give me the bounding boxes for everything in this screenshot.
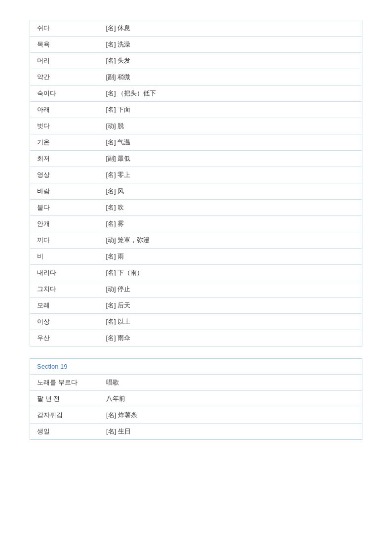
table-row: 이상[名] 以上 bbox=[30, 314, 362, 330]
chinese-definition: [名] 下面 bbox=[99, 102, 362, 118]
chinese-definition: [名] 零上 bbox=[99, 167, 362, 183]
korean-term: 모레 bbox=[30, 298, 99, 314]
table-row: 쉬다[名] 休息 bbox=[30, 20, 362, 37]
chinese-definition: [名] 休息 bbox=[99, 20, 362, 37]
korean-term: 아래 bbox=[30, 102, 99, 118]
korean-term: 불다 bbox=[30, 200, 99, 216]
korean-term: 영상 bbox=[30, 167, 99, 183]
korean-term: 벗다 bbox=[30, 118, 99, 134]
chinese-definition: [名] 雨伞 bbox=[99, 330, 362, 346]
table-row: 머리[名] 头发 bbox=[30, 53, 362, 69]
korean-term: 우산 bbox=[30, 330, 99, 346]
korean-term: 팔 년 전 bbox=[30, 391, 99, 407]
chinese-definition: [名] 气温 bbox=[99, 134, 362, 151]
chinese-definition: [名] 雨 bbox=[99, 249, 362, 265]
korean-term: 비 bbox=[30, 249, 99, 265]
korean-term: 바람 bbox=[30, 183, 99, 200]
table-row: 약간[副] 稍微 bbox=[30, 69, 362, 85]
korean-term: 약간 bbox=[30, 69, 99, 85]
table-row: 우산[名] 雨伞 bbox=[30, 330, 362, 346]
korean-term: 최저 bbox=[30, 151, 99, 167]
korean-term: 생일 bbox=[30, 424, 99, 440]
table-row: 내리다[名] 下（雨） bbox=[30, 265, 362, 281]
table-row: 영상[名] 零上 bbox=[30, 167, 362, 183]
chinese-definition: [名] 以上 bbox=[99, 314, 362, 330]
table-row: 끼다[动] 笼罩，弥漫 bbox=[30, 232, 362, 249]
table-row: 기온[名] 气温 bbox=[30, 134, 362, 151]
table-row: 숙이다[名] （把头）低下 bbox=[30, 85, 362, 102]
korean-term: 이상 bbox=[30, 314, 99, 330]
chinese-definition: [名] 吹 bbox=[99, 200, 362, 216]
korean-term: 기온 bbox=[30, 134, 99, 151]
table-row: 불다[名] 吹 bbox=[30, 200, 362, 216]
main-vocab-table: 쉬다[名] 休息목욕[名] 洗澡머리[名] 头发약간[副] 稍微숙이다[名] （… bbox=[30, 20, 362, 346]
korean-term: 숙이다 bbox=[30, 85, 99, 102]
table-row: 노래를 부르다唱歌 bbox=[30, 375, 362, 391]
korean-term: 머리 bbox=[30, 53, 99, 69]
table-row: 바람[名] 风 bbox=[30, 183, 362, 200]
chinese-definition: 八年前 bbox=[99, 391, 362, 407]
table-row: 생일[名] 生日 bbox=[30, 424, 362, 440]
chinese-definition: [副] 最低 bbox=[99, 151, 362, 167]
korean-term: 그치다 bbox=[30, 281, 99, 298]
korean-term: 목욕 bbox=[30, 37, 99, 53]
table-row: 그치다[动] 停止 bbox=[30, 281, 362, 298]
chinese-definition: [名] 洗澡 bbox=[99, 37, 362, 53]
table-row: 감자튀김[名] 炸薯条 bbox=[30, 407, 362, 424]
chinese-definition: [名] 头发 bbox=[99, 53, 362, 69]
chinese-definition: [副] 稍微 bbox=[99, 69, 362, 85]
chinese-definition: [动] 笼罩，弥漫 bbox=[99, 232, 362, 249]
korean-term: 노래를 부르다 bbox=[30, 375, 99, 391]
korean-term: 안개 bbox=[30, 216, 99, 232]
chinese-definition: [名] 下（雨） bbox=[99, 265, 362, 281]
table-row: 팔 년 전八年前 bbox=[30, 391, 362, 407]
table-row: 최저[副] 最低 bbox=[30, 151, 362, 167]
table-row: 안개[名] 雾 bbox=[30, 216, 362, 232]
chinese-definition: [名] 风 bbox=[99, 183, 362, 200]
table-row: 모레[名] 后天 bbox=[30, 298, 362, 314]
table-row: 벗다[动] 脱 bbox=[30, 118, 362, 134]
chinese-definition: [名] 后天 bbox=[99, 298, 362, 314]
section-table: 노래를 부르다唱歌팔 년 전八年前감자튀김[名] 炸薯条생일[名] 生日 bbox=[30, 375, 362, 439]
chinese-definition: 唱歌 bbox=[99, 375, 362, 391]
chinese-definition: [名] 炸薯条 bbox=[99, 407, 362, 424]
korean-term: 감자튀김 bbox=[30, 407, 99, 424]
korean-term: 끼다 bbox=[30, 232, 99, 249]
table-row: 비[名] 雨 bbox=[30, 249, 362, 265]
section-title: Section 19 bbox=[30, 359, 362, 375]
section-block: Section 19노래를 부르다唱歌팔 년 전八年前감자튀김[名] 炸薯条생일… bbox=[30, 358, 362, 440]
chinese-definition: [名] （把头）低下 bbox=[99, 85, 362, 102]
chinese-definition: [动] 脱 bbox=[99, 118, 362, 134]
korean-term: 쉬다 bbox=[30, 20, 99, 37]
chinese-definition: [名] 生日 bbox=[99, 424, 362, 440]
table-row: 목욕[名] 洗澡 bbox=[30, 37, 362, 53]
korean-term: 내리다 bbox=[30, 265, 99, 281]
chinese-definition: [动] 停止 bbox=[99, 281, 362, 298]
chinese-definition: [名] 雾 bbox=[99, 216, 362, 232]
table-row: 아래[名] 下面 bbox=[30, 102, 362, 118]
